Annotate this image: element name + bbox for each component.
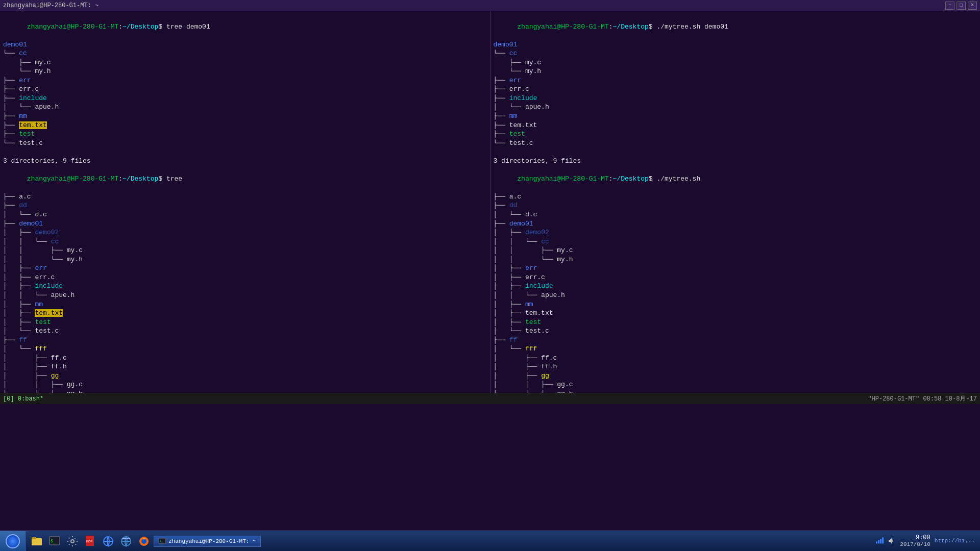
left-t2-19: │ ├── ff.c bbox=[3, 354, 487, 363]
taskbar-active-window[interactable]: $_ zhangyahai@HP-280-G1-MT: ~ bbox=[154, 536, 261, 547]
status-right: "HP-280-G1-MT" 08:58 10-8月-17 bbox=[868, 394, 977, 403]
start-icon bbox=[6, 534, 20, 548]
right-t1-7: │ └── apue.h bbox=[494, 103, 977, 112]
left-t2-2: ├── dd bbox=[3, 201, 487, 210]
taskbar-terminal-icon[interactable]: $_ bbox=[46, 533, 63, 549]
left-t2-17: ├── ff bbox=[3, 336, 487, 345]
maximize-button[interactable]: □ bbox=[957, 2, 966, 10]
left-t2-5: │ ├── demo02 bbox=[3, 228, 487, 237]
left-pane: zhangyahai@HP-280-G1-MT:~/Desktop$ tree … bbox=[0, 11, 491, 393]
minimize-button[interactable]: − bbox=[945, 2, 954, 10]
left-t2-21: │ ├── gg bbox=[3, 371, 487, 381]
left-t2-3: │ └── d.c bbox=[3, 210, 487, 219]
svg-text:$_: $_ bbox=[51, 539, 56, 543]
right-t1-4: ├── err bbox=[494, 76, 977, 85]
left-t2-23: │ │ └── gg.h bbox=[3, 389, 487, 393]
taskbar-items: $_ PDF $_ zhangyahai@HP-280-G1-MT: ~ bbox=[26, 533, 870, 549]
right-t2-23: │ │ └── gg.h bbox=[494, 389, 977, 393]
left-t2-4: ├── demo01 bbox=[3, 219, 487, 229]
right-t1-2: ├── my.c bbox=[494, 58, 977, 67]
left-t2-10: │ ├── err.c bbox=[3, 273, 487, 282]
right-t1-9: ├── tem.txt bbox=[494, 121, 977, 130]
right-t2-10: │ ├── err.c bbox=[494, 273, 977, 282]
right-t2-9: │ ├── err bbox=[494, 264, 977, 273]
right-t2-11: │ ├── include bbox=[494, 282, 977, 291]
left-tree1-root: demo01 bbox=[3, 40, 487, 49]
taskbar-right: 9:00 2017/8/10 http://b1... bbox=[870, 534, 980, 548]
right-t2-7: │ │ ├── my.c bbox=[494, 246, 977, 255]
left-t2-14: │ ├── tem.txt bbox=[3, 309, 487, 318]
right-t2-20: │ ├── ff.h bbox=[494, 362, 977, 371]
left-t2-9: │ ├── err bbox=[3, 264, 487, 273]
left-t1-1: └── cc bbox=[3, 49, 487, 58]
right-t1-10: ├── test bbox=[494, 130, 977, 139]
right-t2-15: │ ├── test bbox=[494, 318, 977, 327]
right-t1-8: ├── mm bbox=[494, 112, 977, 121]
left-t2-8: │ │ └── my.h bbox=[3, 255, 487, 264]
start-button[interactable] bbox=[0, 531, 26, 552]
left-t2-18: │ └── fff bbox=[3, 344, 487, 354]
left-t2-13: │ ├── mm bbox=[3, 300, 487, 309]
right-t2-5: │ ├── demo02 bbox=[494, 228, 977, 237]
right-t2-21: │ ├── gg bbox=[494, 371, 977, 381]
left-t2-22: │ │ ├── gg.c bbox=[3, 380, 487, 389]
left-t1-blank bbox=[3, 147, 487, 157]
left-t1-10: ├── test bbox=[3, 130, 487, 139]
left-t1-5: ├── err.c bbox=[3, 85, 487, 94]
volume-icon bbox=[888, 537, 896, 545]
left-t2-11: │ ├── include bbox=[3, 282, 487, 291]
left-prompt-2: zhangyahai@HP-280-G1-MT:~/Desktop$ tree bbox=[3, 165, 487, 192]
taskbar-network-icon[interactable] bbox=[100, 533, 116, 549]
svg-text:PDF: PDF bbox=[86, 540, 92, 543]
left-t1-4: ├── err bbox=[3, 76, 487, 85]
left-t2-15: │ ├── test bbox=[3, 318, 487, 327]
svg-rect-17 bbox=[880, 539, 882, 543]
left-t2-20: │ ├── ff.h bbox=[3, 362, 487, 371]
clock-time: 9:00 bbox=[900, 534, 930, 541]
left-t2-7: │ │ ├── my.c bbox=[3, 246, 487, 255]
right-t2-14: │ ├── tem.txt bbox=[494, 309, 977, 318]
left-t2-1: ├── a.c bbox=[3, 192, 487, 202]
svg-rect-0 bbox=[32, 538, 42, 545]
taskbar-settings-icon[interactable] bbox=[64, 533, 81, 549]
right-t2-12: │ │ └── apue.h bbox=[494, 291, 977, 300]
left-t2-16: │ └── test.c bbox=[3, 327, 487, 336]
status-bar: [0] 0:bash* "HP-280-G1-MT" 08:58 10-8月-1… bbox=[0, 393, 980, 404]
right-t2-17: ├── ff bbox=[494, 336, 977, 345]
left-t1-summary: 3 directories, 9 files bbox=[3, 157, 487, 166]
right-t2-1: ├── a.c bbox=[494, 192, 977, 202]
taskbar-pdf-icon[interactable]: PDF bbox=[82, 533, 99, 549]
taskbar-ie-icon[interactable] bbox=[118, 533, 134, 549]
right-t2-3: │ └── d.c bbox=[494, 210, 977, 219]
url-bar: http://b1... bbox=[935, 538, 975, 544]
title-bar: zhangyahai@HP-280-G1-MT: ~ − □ × bbox=[0, 0, 980, 11]
right-t1-3: └── my.h bbox=[494, 67, 977, 76]
right-t1-1: └── cc bbox=[494, 49, 977, 58]
close-button[interactable]: × bbox=[968, 2, 977, 10]
right-t2-19: │ ├── ff.c bbox=[494, 354, 977, 363]
left-t2-6: │ │ └── cc bbox=[3, 237, 487, 246]
right-t1-summary: 3 directories, 9 files bbox=[494, 157, 977, 166]
right-t2-16: │ └── test.c bbox=[494, 327, 977, 336]
right-t2-18: │ └── fff bbox=[494, 344, 977, 354]
taskbar: $_ PDF $_ zhangyahai@HP-280-G1-MT: ~ bbox=[0, 531, 980, 551]
left-t1-2: ├── my.c bbox=[3, 58, 487, 67]
right-t1-6: ├── include bbox=[494, 94, 977, 103]
taskbar-filemanager-icon[interactable] bbox=[29, 533, 45, 549]
left-t1-9: ├── tem.txt bbox=[3, 121, 487, 130]
active-window-label: zhangyahai@HP-280-G1-MT: ~ bbox=[168, 538, 256, 544]
right-tree1-root: demo01 bbox=[494, 40, 977, 49]
left-t1-6: ├── include bbox=[3, 94, 487, 103]
right-t1-blank bbox=[494, 147, 977, 157]
network-status-icon bbox=[875, 537, 884, 545]
svg-rect-15 bbox=[876, 542, 878, 544]
left-t1-3: └── my.h bbox=[3, 67, 487, 76]
svg-rect-18 bbox=[883, 538, 884, 544]
left-t2-12: │ │ └── apue.h bbox=[3, 291, 487, 300]
taskbar-firefox-icon[interactable] bbox=[136, 533, 152, 549]
status-left: [0] 0:bash* bbox=[3, 395, 43, 403]
title-text: zhangyahai@HP-280-G1-MT: ~ bbox=[3, 2, 99, 9]
left-t1-11: └── test.c bbox=[3, 139, 487, 148]
right-t2-22: │ │ ├── gg.c bbox=[494, 380, 977, 389]
right-t2-13: │ ├── mm bbox=[494, 300, 977, 309]
